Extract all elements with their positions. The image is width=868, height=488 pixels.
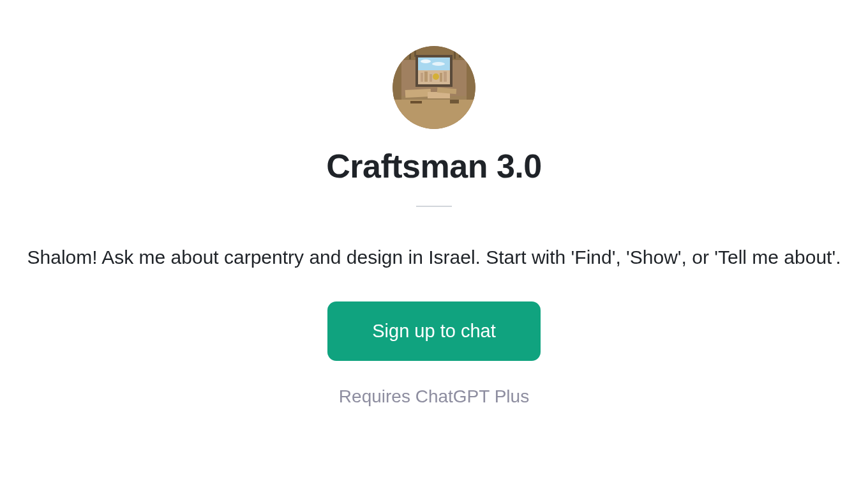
svg-point-15 — [432, 62, 445, 66]
svg-rect-8 — [459, 47, 461, 57]
svg-rect-25 — [405, 89, 431, 98]
page-title: Craftsman 3.0 — [326, 147, 541, 185]
svg-rect-19 — [430, 74, 432, 82]
svg-rect-28 — [410, 101, 422, 103]
divider — [416, 206, 452, 207]
signup-button[interactable]: Sign up to chat — [327, 301, 540, 361]
main-container: Craftsman 3.0 Shalom! Ask me about carpe… — [0, 0, 868, 407]
description-text: Shalom! Ask me about carpentry and desig… — [27, 247, 841, 268]
svg-point-20 — [433, 73, 439, 80]
svg-rect-29 — [450, 100, 459, 103]
svg-rect-21 — [440, 73, 442, 82]
svg-rect-3 — [399, 47, 401, 59]
requires-text: Requires ChatGPT Plus — [339, 386, 529, 407]
svg-rect-5 — [409, 47, 411, 59]
svg-rect-23 — [393, 96, 475, 129]
svg-rect-31 — [467, 61, 475, 100]
avatar-icon — [393, 46, 475, 129]
svg-point-14 — [421, 59, 431, 63]
svg-rect-17 — [421, 73, 423, 82]
avatar — [393, 46, 475, 129]
svg-rect-30 — [393, 61, 401, 100]
svg-rect-10 — [469, 47, 471, 57]
svg-rect-18 — [424, 72, 428, 82]
svg-rect-4 — [404, 47, 406, 57]
svg-rect-7 — [454, 47, 456, 59]
svg-rect-9 — [464, 47, 466, 59]
svg-rect-22 — [444, 72, 447, 82]
